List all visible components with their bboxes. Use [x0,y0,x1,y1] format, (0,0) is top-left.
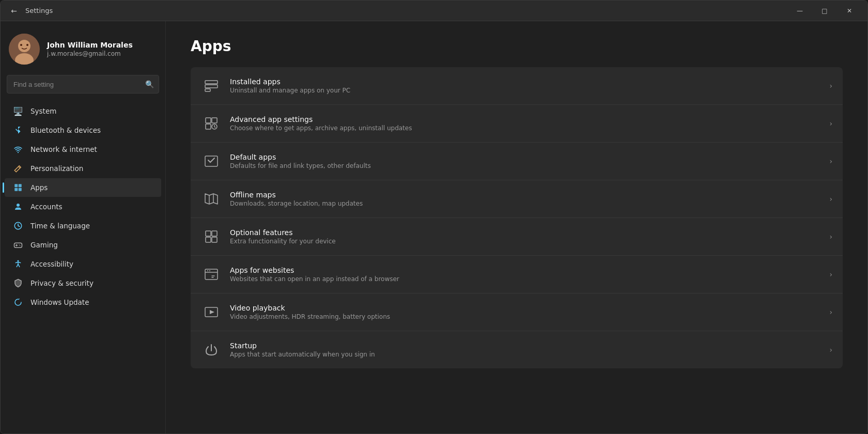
video-playback-title: Video playback [230,304,829,312]
back-button[interactable]: ← [7,4,21,18]
titlebar-title: Settings [25,7,53,14]
sidebar-item-gaming[interactable]: Gaming [5,236,161,254]
offline-maps-chevron: › [829,195,832,203]
maximize-button[interactable]: □ [813,3,836,19]
settings-item-offline-maps[interactable]: Offline maps Downloads, storage location… [191,180,843,218]
svg-point-4 [26,44,28,46]
svg-rect-9 [19,188,22,191]
settings-item-advanced-app[interactable]: Advanced app settings Choose where to ge… [191,105,843,143]
sidebar-label-network: Network & internet [30,145,97,153]
installed-apps-title: Installed apps [230,78,829,86]
sidebar-label-accessibility: Accessibility [30,260,73,268]
optional-features-title: Optional features [230,228,829,237]
video-playback-icon [201,302,222,322]
settings-item-installed-apps[interactable]: Installed apps Uninstall and manage apps… [191,67,843,105]
svg-rect-7 [19,184,22,187]
settings-window: ← Settings — □ ✕ [0,0,868,434]
installed-apps-icon [201,75,222,96]
svg-rect-19 [206,118,211,123]
svg-rect-30 [212,237,217,242]
sidebar-item-privacy[interactable]: Privacy & security [5,274,161,292]
avatar [9,34,40,65]
settings-item-default-apps[interactable]: Default apps Defaults for file and link … [191,143,843,180]
accessibility-icon [13,259,23,269]
network-icon [13,144,23,154]
sidebar: John William Morales j.w.morales@gmail.c… [1,21,166,433]
svg-point-15 [18,260,19,262]
svg-point-13 [19,244,20,245]
settings-item-optional-features[interactable]: Optional features Extra functionality fo… [191,218,843,256]
titlebar: ← Settings — □ ✕ [1,1,867,21]
svg-rect-28 [212,231,217,236]
settings-item-startup[interactable]: Startup Apps that start automatically wh… [191,331,843,368]
search-box: 🔍 [7,75,159,94]
svg-point-1 [18,40,30,52]
svg-point-10 [17,204,20,207]
settings-list: Installed apps Uninstall and manage apps… [191,67,843,368]
sidebar-label-update: Windows Update [30,298,89,306]
minimize-button[interactable]: — [788,3,812,19]
close-button[interactable]: ✕ [838,3,861,19]
svg-rect-27 [206,231,211,236]
svg-marker-24 [205,194,218,204]
sidebar-label-time: Time & language [30,222,90,230]
default-apps-title: Default apps [230,153,829,161]
offline-maps-text: Offline maps Downloads, storage location… [230,191,829,207]
settings-item-video-playback[interactable]: Video playback Video adjustments, HDR st… [191,293,843,331]
user-name: John William Morales [47,41,133,49]
accounts-icon [13,202,23,212]
installed-apps-desc: Uninstall and manage apps on your PC [230,87,829,94]
advanced-app-chevron: › [829,119,832,128]
user-info: John William Morales j.w.morales@gmail.c… [47,41,133,57]
sidebar-item-update[interactable]: Windows Update [5,293,161,312]
sidebar-label-accounts: Accounts [30,203,63,211]
sidebar-item-personalization[interactable]: Personalization [5,159,161,178]
video-playback-desc: Video adjustments, HDR streaming, batter… [230,313,829,320]
sidebar-item-network[interactable]: Network & internet [5,140,161,159]
time-icon [13,221,23,231]
sidebar-label-bluetooth: Bluetooth & devices [30,126,101,134]
svg-marker-33 [210,310,214,314]
startup-desc: Apps that start automatically when you s… [230,351,829,358]
startup-chevron: › [829,346,832,354]
default-apps-desc: Defaults for file and link types, other … [230,162,829,169]
sidebar-item-apps[interactable]: Apps [5,178,161,197]
advanced-app-icon [201,113,222,134]
sidebar-label-apps: Apps [30,183,48,192]
advanced-app-text: Advanced app settings Choose where to ge… [230,115,829,132]
offline-maps-title: Offline maps [230,191,829,199]
sidebar-nav: 🖥️ System Bluetooth & devices [1,102,165,312]
sidebar-item-time[interactable]: Time & language [5,216,161,235]
search-input[interactable] [7,75,159,94]
update-icon [13,297,23,307]
video-playback-text: Video playback Video adjustments, HDR st… [230,304,829,320]
apps-websites-desc: Websites that can open in an app instead… [230,275,829,283]
svg-rect-21 [206,124,211,129]
sidebar-label-privacy: Privacy & security [30,279,94,287]
sidebar-label-system: System [30,107,56,115]
apps-websites-title: Apps for websites [230,266,829,274]
sidebar-item-accessibility[interactable]: Accessibility [5,255,161,273]
default-apps-icon [201,151,222,172]
page-title: Apps [191,38,843,55]
advanced-app-title: Advanced app settings [230,115,829,123]
user-section: John William Morales j.w.morales@gmail.c… [1,29,165,75]
startup-title: Startup [230,342,829,350]
personalization-icon [13,163,23,174]
window-controls: — □ ✕ [788,3,861,19]
svg-rect-6 [14,184,18,187]
svg-rect-8 [14,188,18,191]
offline-maps-icon [201,189,222,209]
settings-item-apps-websites[interactable]: Apps for websites Websites that can open… [191,256,843,293]
optional-features-chevron: › [829,233,832,241]
svg-rect-18 [205,89,210,91]
system-icon: 🖥️ [13,106,23,116]
sidebar-item-system[interactable]: 🖥️ System [5,102,161,120]
sidebar-item-accounts[interactable]: Accounts [5,197,161,216]
privacy-icon [13,278,23,288]
optional-features-desc: Extra functionality for your device [230,238,829,245]
sidebar-item-bluetooth[interactable]: Bluetooth & devices [5,121,161,140]
avatar-image [9,34,40,65]
startup-icon [201,339,222,360]
main-content: Apps Installed apps Uninstall and manage… [166,21,867,433]
